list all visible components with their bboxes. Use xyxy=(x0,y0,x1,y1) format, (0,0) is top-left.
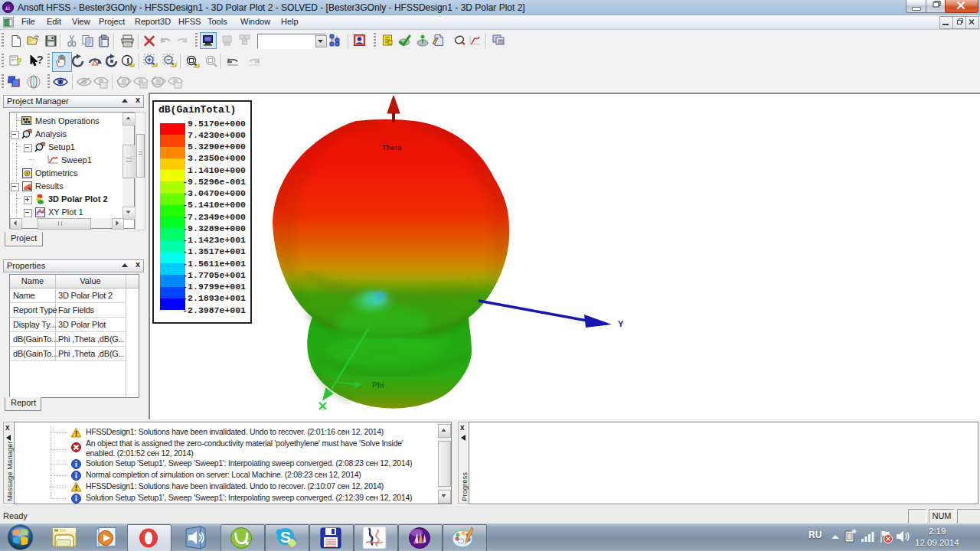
svg-text:?: ? xyxy=(37,54,44,66)
svg-text:Phi: Phi xyxy=(372,381,384,390)
svg-text:Theta: Theta xyxy=(382,143,402,152)
svg-text:?: ? xyxy=(16,56,22,67)
svg-text:1: 1 xyxy=(126,56,130,65)
svg-text:Y: Y xyxy=(618,319,624,328)
